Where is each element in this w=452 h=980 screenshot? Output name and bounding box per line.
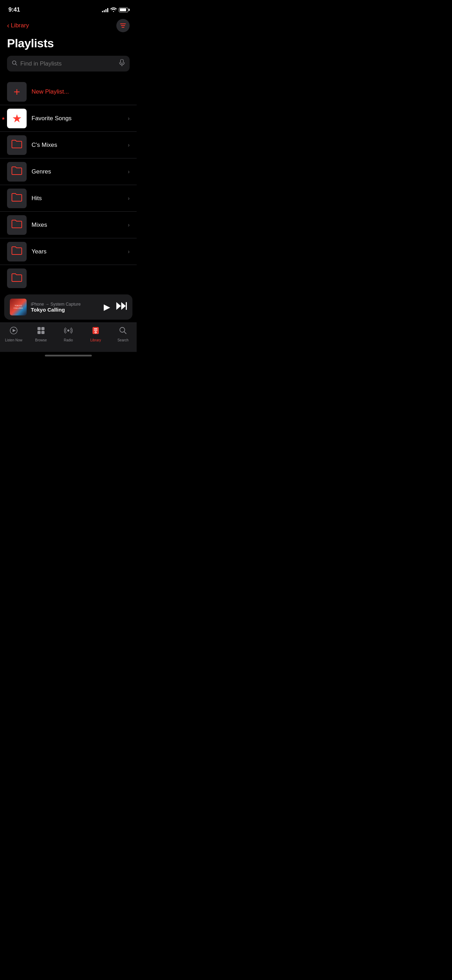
chevron-right-icon: › [128, 248, 130, 255]
list-item[interactable]: Genres › [0, 158, 137, 185]
listen-now-icon [10, 326, 18, 337]
hits-label: Hits [32, 195, 128, 202]
plus-icon: + [14, 86, 20, 97]
genres-label: Genres [32, 168, 128, 175]
svg-marker-3 [121, 302, 126, 310]
tab-radio[interactable]: Radio [58, 326, 79, 342]
play-button[interactable]: ▶ [104, 302, 110, 312]
browse-icon [37, 326, 45, 337]
folder-icon [11, 272, 22, 285]
list-item[interactable]: C's Mixes › [0, 132, 137, 158]
search-input[interactable] [20, 60, 116, 67]
new-playlist-thumb: + [7, 82, 27, 102]
back-chevron-icon: ‹ [7, 21, 10, 29]
mixes-label: Mixes [32, 221, 128, 229]
tab-listen-now-label: Listen Now [5, 338, 22, 342]
list-item[interactable]: Hits › [0, 185, 137, 212]
list-item[interactable]: ★ ★ Favorite Songs › [0, 105, 137, 132]
tab-search-label: Search [118, 338, 129, 342]
now-playing-source: iPhone → System Capture [31, 302, 100, 307]
tab-browse-label: Browse [35, 338, 46, 342]
chevron-right-icon: › [128, 115, 130, 122]
list-item[interactable]: Years › [0, 238, 137, 265]
fast-forward-button[interactable] [116, 302, 127, 312]
list-item[interactable]: Mixes › [0, 212, 137, 238]
star-icon: ★ [12, 112, 22, 125]
svg-rect-7 [38, 327, 41, 330]
svg-rect-9 [38, 331, 41, 334]
favorite-songs-thumb: ★ [7, 109, 27, 128]
svg-rect-1 [121, 59, 123, 64]
now-playing-info: iPhone → System Capture Tokyo Calling [31, 302, 100, 313]
tab-search[interactable]: Search [113, 326, 134, 342]
status-time: 9:41 [8, 6, 20, 13]
search-bar[interactable] [7, 56, 130, 72]
tab-listen-now[interactable]: Listen Now [3, 326, 24, 342]
tab-radio-label: Radio [64, 338, 73, 342]
favorite-songs-label: Favorite Songs [32, 115, 128, 122]
years-label: Years [32, 248, 128, 255]
playlist-list: + New Playlist... ★ ★ Favorite Songs › C… [0, 78, 137, 292]
svg-rect-10 [41, 331, 45, 334]
mic-icon[interactable] [119, 59, 125, 68]
svg-rect-4 [126, 302, 127, 310]
page-title: Playlists [0, 35, 137, 56]
tab-bar: Listen Now Browse Radio [0, 323, 137, 352]
status-icons [102, 7, 128, 13]
cs-mixes-label: C's Mixes [32, 142, 128, 149]
home-bar [45, 355, 92, 356]
library-icon [91, 326, 100, 337]
partial-thumb [7, 269, 27, 288]
mixes-thumb [7, 215, 27, 235]
filter-icon [120, 24, 126, 28]
folder-icon [11, 245, 22, 258]
chevron-right-icon: › [128, 169, 130, 175]
swipe-star-icon: ★ [2, 116, 5, 121]
tab-library[interactable]: Library [85, 326, 106, 342]
chevron-right-icon: › [128, 195, 130, 202]
folder-icon [11, 139, 22, 151]
status-bar: 9:41 [0, 0, 137, 18]
back-button[interactable]: ‹ Library [7, 22, 29, 29]
tab-browse[interactable]: Browse [30, 326, 51, 342]
cs-mixes-thumb [7, 135, 27, 155]
search-icon [12, 60, 18, 67]
genres-thumb [7, 162, 27, 181]
search-tab-icon [119, 326, 127, 337]
chevron-right-icon: › [128, 142, 130, 148]
svg-rect-14 [94, 330, 97, 331]
folder-icon [11, 165, 22, 178]
svg-rect-8 [41, 327, 45, 330]
list-item[interactable] [0, 265, 137, 292]
wifi-icon [110, 7, 117, 13]
now-playing-controls: ▶ [104, 302, 127, 312]
svg-rect-13 [94, 328, 97, 329]
years-thumb [7, 242, 27, 261]
svg-point-16 [95, 332, 96, 333]
svg-point-11 [67, 329, 69, 332]
list-item[interactable]: + New Playlist... [0, 78, 137, 105]
back-label: Library [11, 22, 29, 29]
folder-icon [11, 192, 22, 204]
svg-marker-6 [13, 329, 16, 332]
now-playing-bar[interactable]: TOKYOCALLING iPhone → System Capture Tok… [4, 294, 132, 320]
signal-icon [102, 8, 108, 12]
folder-icon [11, 219, 22, 231]
new-playlist-label: New Playlist... [32, 88, 130, 95]
hits-thumb [7, 189, 27, 208]
battery-icon [119, 8, 128, 12]
now-playing-title: Tokyo Calling [31, 307, 100, 313]
radio-icon [64, 326, 73, 337]
filter-button[interactable] [116, 19, 130, 32]
chevron-right-icon: › [128, 222, 130, 228]
album-art: TOKYOCALLING [10, 299, 27, 315]
nav-bar: ‹ Library [0, 18, 137, 35]
home-indicator [0, 352, 137, 358]
tab-library-label: Library [91, 338, 101, 342]
svg-marker-2 [116, 302, 121, 310]
